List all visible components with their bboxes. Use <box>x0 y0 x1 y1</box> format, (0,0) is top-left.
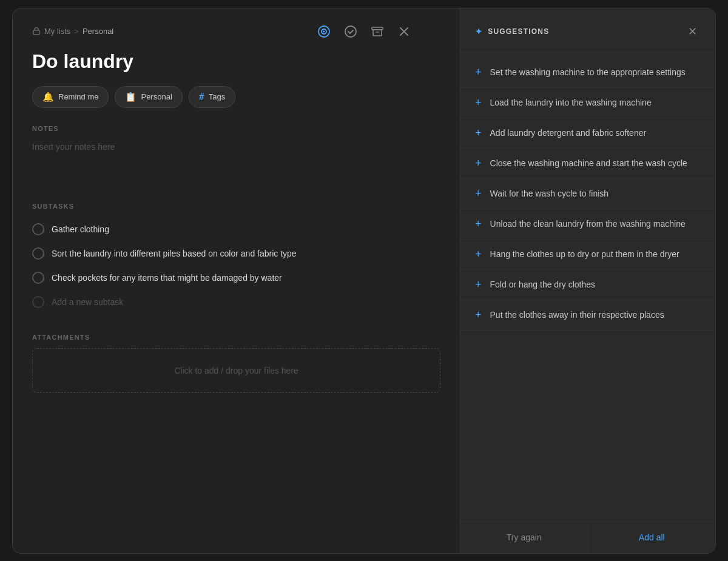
add-subtask-item[interactable]: Add a new subtask <box>32 290 440 314</box>
subtasks-label: SUBTASKS <box>32 203 440 210</box>
suggestion-text-8: Fold or hang the dry clothes <box>490 278 596 291</box>
suggestion-text-6: Unload the clean laundry from the washin… <box>490 218 686 230</box>
attachments-section: ATTACHMENTS Click to add / drop your fil… <box>32 334 440 393</box>
bell-icon: 🔔 <box>42 92 54 102</box>
modal-container: My lists > Personal <box>12 8 716 554</box>
suggestion-item[interactable]: + Add laundry detergent and fabric softe… <box>460 118 715 149</box>
suggestion-item[interactable]: + Set the washing machine to the appropr… <box>460 58 715 88</box>
suggestion-text-4: Close the washing machine and start the … <box>490 157 687 170</box>
suggestions-footer: Try again Add all <box>460 521 715 553</box>
archive-toolbar-icon[interactable] <box>369 23 386 40</box>
close-toolbar-icon[interactable] <box>396 23 413 40</box>
add-suggestion-icon-2: + <box>475 97 482 108</box>
try-again-button[interactable]: Try again <box>460 522 588 553</box>
list-icon: 📋 <box>125 92 136 102</box>
subtask-item[interactable]: Sort the laundry into different piles ba… <box>32 241 440 266</box>
add-suggestion-icon-9: + <box>475 309 482 320</box>
notes-label: NOTES <box>32 125 440 132</box>
subtasks-section: SUBTASKS Gather clothing Sort the laundr… <box>32 203 440 314</box>
suggestions-list: + Set the washing machine to the appropr… <box>460 53 715 521</box>
suggestion-item[interactable]: + Unload the clean laundry from the wash… <box>460 209 715 240</box>
svg-point-3 <box>323 30 325 32</box>
suggestion-item[interactable]: + Load the laundry into the washing mach… <box>460 88 715 118</box>
suggestion-text-9: Put the clothes away in their respective… <box>490 309 664 321</box>
breadcrumb-my-lists[interactable]: My lists <box>44 27 70 36</box>
subtask-checkbox-3[interactable] <box>32 272 44 284</box>
page-title: Do laundry <box>32 50 440 73</box>
add-all-button[interactable]: Add all <box>588 522 716 553</box>
breadcrumb-separator: > <box>74 27 79 36</box>
svg-point-4 <box>345 26 356 37</box>
subtask-item[interactable]: Gather clothing <box>32 217 440 241</box>
subtask-item[interactable]: Check pockets for any items that might b… <box>32 266 440 290</box>
focus-toolbar-icon[interactable] <box>315 23 332 40</box>
subtask-text-2: Sort the laundry into different piles ba… <box>52 249 297 258</box>
add-subtask-checkbox <box>32 296 44 308</box>
sparkle-icon: ✦ <box>475 27 483 36</box>
suggestions-heading: SUGGESTIONS <box>488 27 549 36</box>
lock-icon <box>32 27 41 35</box>
suggestions-header: ✦ SUGGESTIONS ✕ <box>460 8 715 53</box>
file-drop-zone[interactable]: Click to add / drop your files here <box>32 348 440 393</box>
suggestion-item[interactable]: + Put the clothes away in their respecti… <box>460 300 715 331</box>
notes-input[interactable]: Insert your notes here <box>32 139 440 164</box>
remind-me-button[interactable]: 🔔 Remind me <box>32 86 109 108</box>
suggestion-item[interactable]: + Fold or hang the dry clothes <box>460 270 715 300</box>
personal-label: Personal <box>141 92 172 101</box>
drop-zone-text: Click to add / drop your files here <box>174 366 298 375</box>
add-suggestion-icon-3: + <box>475 127 482 138</box>
personal-button[interactable]: 📋 Personal <box>115 86 182 108</box>
tags-button[interactable]: # Tags <box>189 86 236 108</box>
hash-icon: # <box>199 92 204 102</box>
suggestion-item[interactable]: + Close the washing machine and start th… <box>460 149 715 179</box>
suggestion-text-5: Wait for the wash cycle to finish <box>490 187 609 200</box>
suggestion-text-7: Hang the clothes up to dry or put them i… <box>490 248 679 261</box>
remind-me-label: Remind me <box>58 92 98 101</box>
add-suggestion-icon-7: + <box>475 249 482 260</box>
check-toolbar-icon[interactable] <box>342 23 359 40</box>
add-subtask-placeholder: Add a new subtask <box>52 297 123 307</box>
subtask-text-1: Gather clothing <box>52 224 109 234</box>
suggestions-close-button[interactable]: ✕ <box>684 23 701 40</box>
subtask-checkbox-1[interactable] <box>32 223 44 235</box>
action-buttons: 🔔 Remind me 📋 Personal # Tags <box>32 86 440 108</box>
notes-section: NOTES Insert your notes here <box>32 125 440 183</box>
suggestion-text-2: Load the laundry into the washing machin… <box>490 96 652 109</box>
add-suggestion-icon-1: + <box>475 67 482 78</box>
toolbar-icons <box>315 23 413 40</box>
breadcrumb-current: Personal <box>83 27 113 36</box>
subtask-text-3: Check pockets for any items that might b… <box>52 273 282 283</box>
add-suggestion-icon-6: + <box>475 218 482 229</box>
tags-label: Tags <box>209 92 225 101</box>
suggestions-title: ✦ SUGGESTIONS <box>475 27 549 36</box>
svg-rect-0 <box>33 30 39 35</box>
suggestion-text-3: Add laundry detergent and fabric softene… <box>490 127 647 139</box>
add-suggestion-icon-8: + <box>475 279 482 290</box>
suggestion-item[interactable]: + Wait for the wash cycle to finish <box>460 179 715 209</box>
suggestion-text-1: Set the washing machine to the appropria… <box>490 66 686 79</box>
left-panel: My lists > Personal <box>13 8 460 553</box>
subtask-checkbox-2[interactable] <box>32 247 44 260</box>
suggestion-item[interactable]: + Hang the clothes up to dry or put them… <box>460 240 715 270</box>
right-panel: ✦ SUGGESTIONS ✕ + Set the washing machin… <box>460 8 715 553</box>
attachments-label: ATTACHMENTS <box>32 334 440 341</box>
add-suggestion-icon-5: + <box>475 188 482 199</box>
add-suggestion-icon-4: + <box>475 158 482 169</box>
